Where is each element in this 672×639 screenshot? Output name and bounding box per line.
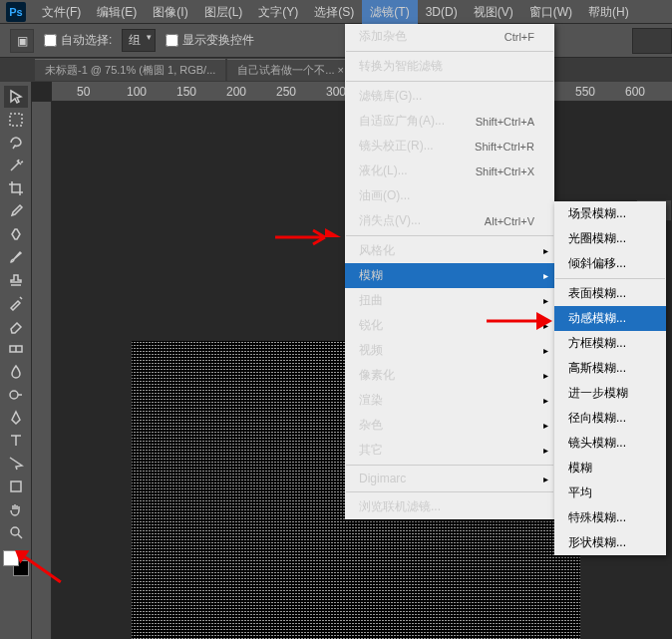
blur-item[interactable]: 高斯模糊... <box>554 356 666 381</box>
filter-menu: 添加杂色Ctrl+F转换为智能滤镜滤镜库(G)...自适应广角(A)...Shi… <box>345 24 554 519</box>
blur-item[interactable]: 光圈模糊... <box>554 226 666 251</box>
zoom-tool-icon[interactable] <box>4 521 28 543</box>
hand-tool-icon[interactable] <box>4 498 28 520</box>
annotation-arrow-icon <box>275 228 341 246</box>
menubar: Ps 文件(F)编辑(E)图像(I)图层(L)文字(Y)选择(S)滤镜(T)3D… <box>0 0 672 24</box>
svg-point-2 <box>10 391 18 399</box>
auto-select-dropdown[interactable]: 组 <box>122 29 156 52</box>
annotation-arrow-icon <box>487 312 552 330</box>
type-tool-icon[interactable] <box>4 430 28 452</box>
filter-item[interactable]: 消失点(V)...Alt+Ctrl+V <box>345 208 554 233</box>
filter-item[interactable]: 油画(O)... <box>345 183 554 208</box>
menu-选择(S)[interactable]: 选择(S) <box>306 0 362 24</box>
menu-图像(I)[interactable]: 图像(I) <box>145 0 195 24</box>
svg-rect-0 <box>10 114 22 126</box>
menu-视图(V)[interactable]: 视图(V) <box>466 0 521 24</box>
menu-文字(Y)[interactable]: 文字(Y) <box>250 0 306 24</box>
doc-tab[interactable]: 自己试着做一个不... × <box>227 59 354 81</box>
menu-窗口(W)[interactable]: 窗口(W) <box>521 0 580 24</box>
blur-item[interactable]: 模糊 <box>554 456 666 480</box>
blur-item[interactable]: 倾斜偏移... <box>554 251 666 276</box>
filter-item[interactable]: 扭曲 <box>345 288 554 313</box>
crop-tool-icon[interactable] <box>4 177 28 199</box>
filter-item[interactable]: 添加杂色Ctrl+F <box>345 24 554 49</box>
document-tabs: 未标题-1 @ 75.1% (椭圆 1, RGB/... 自己试着做一个不...… <box>0 58 672 82</box>
blur-item[interactable]: 进一步模糊 <box>554 381 666 406</box>
blur-item[interactable]: 场景模糊... <box>554 201 666 226</box>
blur-tool-icon[interactable] <box>4 361 28 383</box>
filter-item[interactable]: 像素化 <box>345 363 554 388</box>
show-transform-check[interactable]: 显示变换控件 <box>166 32 254 49</box>
blur-item[interactable]: 镜头模糊... <box>554 431 666 456</box>
filter-item[interactable]: 风格化 <box>345 238 554 263</box>
gradient-tool-icon[interactable] <box>4 338 28 360</box>
options-bar: ▣ 自动选择: 组 显示变换控件 <box>0 24 672 58</box>
auto-select-check[interactable]: 自动选择: <box>44 32 112 49</box>
blur-item[interactable]: 方框模糊... <box>554 331 666 356</box>
svg-point-4 <box>11 527 19 535</box>
path-tool-icon[interactable] <box>4 453 28 475</box>
pen-tool-icon[interactable] <box>4 407 28 429</box>
filter-item[interactable]: 渲染 <box>345 388 554 413</box>
app-logo: Ps <box>6 2 26 22</box>
filter-item[interactable]: 浏览联机滤镜... <box>345 494 554 519</box>
filter-item[interactable]: 自适应广角(A)...Shift+Ctrl+A <box>345 109 554 134</box>
menu-帮助(H)[interactable]: 帮助(H) <box>580 0 637 24</box>
filter-item[interactable]: 滤镜库(G)... <box>345 84 554 109</box>
eraser-tool-icon[interactable] <box>4 315 28 337</box>
blur-item[interactable]: 表面模糊... <box>554 281 666 306</box>
blur-item[interactable]: 径向模糊... <box>554 406 666 431</box>
tool-preset-icon[interactable]: ▣ <box>10 29 34 53</box>
filter-item[interactable]: 杂色 <box>345 413 554 438</box>
move-tool-icon[interactable] <box>4 86 28 108</box>
doc-tab[interactable]: 未标题-1 @ 75.1% (椭圆 1, RGB/... <box>35 59 225 81</box>
lasso-tool-icon[interactable] <box>4 132 28 154</box>
filter-item[interactable]: Digimarc <box>345 468 554 489</box>
menu-文件(F)[interactable]: 文件(F) <box>34 0 89 24</box>
filter-item[interactable]: 镜头校正(R)...Shift+Ctrl+R <box>345 134 554 159</box>
align-buttons[interactable] <box>632 28 672 54</box>
menu-3D(D)[interactable]: 3D(D) <box>418 0 466 24</box>
blur-item[interactable]: 形状模糊... <box>554 530 666 555</box>
eyedropper-tool-icon[interactable] <box>4 200 28 222</box>
filter-item[interactable]: 转换为智能滤镜 <box>345 54 554 79</box>
filter-item[interactable]: 视频 <box>345 338 554 363</box>
blur-item[interactable]: 平均 <box>554 480 666 505</box>
filter-item[interactable]: 模糊 <box>345 263 554 288</box>
blur-submenu: 场景模糊...光圈模糊...倾斜偏移...表面模糊...动感模糊...方框模糊.… <box>554 201 666 555</box>
svg-rect-3 <box>11 481 21 491</box>
shape-tool-icon[interactable] <box>4 476 28 497</box>
stamp-tool-icon[interactable] <box>4 269 28 291</box>
dodge-tool-icon[interactable] <box>4 384 28 406</box>
blur-item[interactable]: 特殊模糊... <box>554 505 666 530</box>
heal-tool-icon[interactable] <box>4 223 28 245</box>
menu-滤镜(T)[interactable]: 滤镜(T) <box>362 0 417 24</box>
brush-tool-icon[interactable] <box>4 246 28 268</box>
blur-item[interactable]: 动感模糊... <box>554 306 666 331</box>
menu-图层(L)[interactable]: 图层(L) <box>196 0 251 24</box>
history-brush-icon[interactable] <box>4 292 28 314</box>
filter-item[interactable]: 其它 <box>345 438 554 463</box>
menu-编辑(E)[interactable]: 编辑(E) <box>89 0 145 24</box>
marquee-tool-icon[interactable] <box>4 109 28 131</box>
wand-tool-icon[interactable] <box>4 155 28 176</box>
filter-item[interactable]: 液化(L)...Shift+Ctrl+X <box>345 159 554 183</box>
